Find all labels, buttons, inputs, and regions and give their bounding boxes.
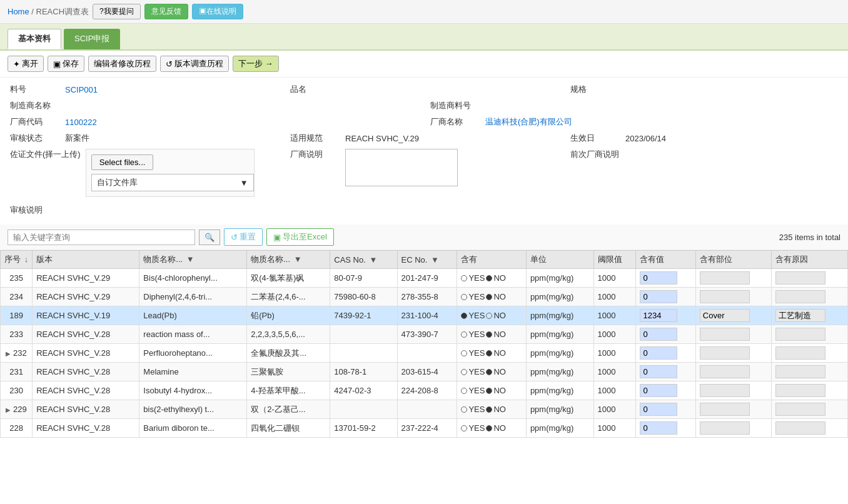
no-radio[interactable]	[486, 369, 492, 375]
no-radio[interactable]	[486, 294, 492, 300]
contain-val-input[interactable]	[640, 328, 677, 341]
contain-val-input[interactable]	[640, 309, 677, 322]
contain-part-input[interactable]	[700, 403, 750, 416]
contain-part-input[interactable]	[700, 384, 750, 397]
contain-part-input[interactable]	[700, 421, 750, 435]
cell-unit: ppm(mg/kg)	[526, 325, 593, 344]
sort-seq-icon[interactable]: ↓	[24, 255, 29, 264]
yes-radio[interactable]	[461, 425, 467, 431]
no-radio[interactable]	[486, 331, 492, 338]
no-radio[interactable]	[486, 406, 492, 413]
contain-val-input[interactable]	[640, 346, 677, 360]
cell-contain-val	[636, 325, 695, 344]
contain-val-input[interactable]	[640, 365, 677, 378]
cell-contains: YES NO	[457, 419, 526, 438]
contain-val-input[interactable]	[640, 421, 677, 435]
form-row-4: 审核状态 新案件 适用规范 REACH SVHC_V.29 生效日 2023/0…	[10, 133, 838, 144]
effective-date-value: 2023/06/14	[625, 134, 666, 143]
th-substance-en: 物质名称... ▼	[139, 251, 247, 269]
partno-label: 料号	[10, 84, 60, 95]
yes-radio[interactable]	[461, 313, 467, 319]
filter-substance-en-icon[interactable]: ▼	[186, 255, 194, 264]
tab-basic-info[interactable]: 基本资料	[8, 29, 61, 49]
contain-reason-input[interactable]	[775, 346, 825, 360]
filter-ec-icon[interactable]: ▼	[431, 255, 439, 265]
no-radio[interactable]	[486, 425, 492, 431]
feedback-button[interactable]: 意见反馈	[144, 4, 188, 19]
contain-reason-input[interactable]	[775, 309, 825, 322]
yes-radio[interactable]	[461, 369, 467, 375]
th-cas-no: CAS No. ▼	[330, 251, 397, 269]
contain-part-input[interactable]	[700, 290, 750, 303]
yes-radio[interactable]	[461, 275, 467, 281]
breadcrumb-current: REACH调查表	[36, 7, 89, 16]
search-button[interactable]: 🔍	[199, 229, 220, 245]
cell-cas-no: 80-07-9	[330, 269, 397, 288]
home-link[interactable]: Home	[8, 7, 29, 16]
cell-version: REACH SVHC_V.28	[33, 419, 139, 438]
cell-unit: ppm(mg/kg)	[526, 381, 593, 400]
no-radio[interactable]	[486, 350, 492, 356]
version-history-button[interactable]: ↺ 版本调查历程	[160, 56, 229, 72]
tab-scip[interactable]: SCIP申报	[64, 29, 120, 49]
contain-reason-input[interactable]	[775, 271, 825, 285]
contain-part-input[interactable]	[700, 309, 750, 322]
yes-radio[interactable]	[461, 406, 467, 413]
cell-substance-zh: 四氧化二硼钡	[247, 419, 330, 438]
expand-icon[interactable]: ▶	[6, 406, 11, 413]
cell-unit: ppm(mg/kg)	[526, 400, 593, 419]
cell-version: REACH SVHC_V.28	[33, 363, 139, 381]
search-input[interactable]	[8, 229, 195, 245]
contain-val-input[interactable]	[640, 290, 677, 303]
th-ec-no: EC No. ▼	[397, 251, 457, 269]
file-upload-label: 佐证文件(择一上传)	[10, 149, 81, 160]
online-help-button[interactable]: ▣在线说明	[192, 4, 243, 19]
contain-val-input[interactable]	[640, 271, 677, 285]
contain-reason-input[interactable]	[775, 290, 825, 303]
contain-part-input[interactable]	[700, 271, 750, 285]
table-row: 189 REACH SVHC_V.19 Lead(Pb) 铅(Pb) 7439-…	[1, 306, 848, 325]
filter-substance-zh-icon[interactable]: ▼	[294, 255, 302, 264]
no-radio[interactable]	[486, 313, 492, 319]
yes-radio[interactable]	[461, 350, 467, 356]
reset-button[interactable]: ↺ 重置	[224, 228, 263, 246]
contain-reason-input[interactable]	[775, 328, 825, 341]
export-button[interactable]: ▣ 导出至Excel	[266, 228, 334, 246]
contain-reason-input[interactable]	[775, 403, 825, 416]
edit-history-button[interactable]: 编辑者修改历程	[88, 56, 156, 72]
th-threshold: 阈限值	[593, 251, 636, 269]
contain-part-input[interactable]	[700, 346, 750, 360]
cell-ec-no: 201-247-9	[397, 269, 457, 288]
expand-icon[interactable]: ▶	[6, 350, 11, 357]
yes-radio[interactable]	[461, 294, 467, 300]
cell-substance-en: reaction mass of...	[139, 325, 247, 344]
contain-reason-input[interactable]	[775, 384, 825, 397]
contain-val-input[interactable]	[640, 384, 677, 397]
leave-button[interactable]: ✦ 离开	[8, 56, 44, 72]
no-radio[interactable]	[486, 275, 492, 281]
yes-radio[interactable]	[461, 388, 467, 394]
vendor-note-textarea[interactable]	[345, 149, 458, 186]
yes-radio[interactable]	[461, 331, 467, 338]
ask-button[interactable]: ?我要提问	[93, 4, 141, 19]
contain-val-input[interactable]	[640, 403, 677, 416]
next-button[interactable]: 下一步 →	[233, 56, 279, 72]
reset-icon: ↺	[231, 233, 238, 242]
no-radio[interactable]	[486, 388, 492, 394]
save-button[interactable]: ▣ 保存	[48, 56, 84, 72]
cell-unit: ppm(mg/kg)	[526, 344, 593, 363]
cell-contain-val	[636, 344, 695, 363]
filter-cas-icon[interactable]: ▼	[369, 255, 377, 265]
cell-version: REACH SVHC_V.19	[33, 306, 139, 325]
contain-reason-input[interactable]	[775, 365, 825, 378]
contain-part-input[interactable]	[700, 328, 750, 341]
file-dropdown[interactable]: 自订文件库 ▼	[91, 174, 254, 191]
contain-part-input[interactable]	[700, 365, 750, 378]
cell-contain-part	[695, 400, 772, 419]
tab-bar: 基本资料 SCIP申报	[0, 24, 848, 51]
contain-reason-input[interactable]	[775, 421, 825, 435]
cell-ec-no: 473-390-7	[397, 325, 457, 344]
cell-contains: YES NO	[457, 344, 526, 363]
review-status-label: 审核状态	[10, 133, 60, 144]
select-files-button[interactable]: Select files...	[91, 154, 154, 170]
